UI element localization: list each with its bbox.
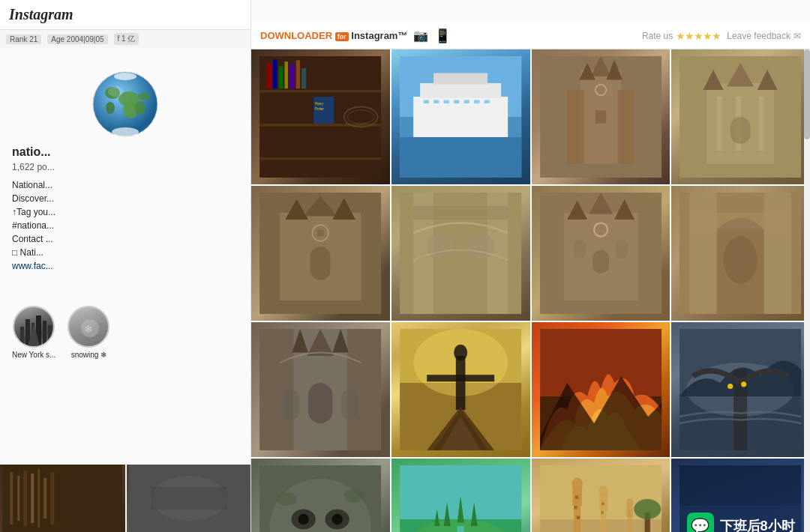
svg-rect-54 [454,100,459,104]
svg-point-142 [277,492,297,506]
grid-cell-beast[interactable] [251,459,390,532]
svg-rect-25 [50,472,54,525]
svg-rect-50 [434,73,488,85]
svg-rect-36 [285,61,289,88]
svg-rect-55 [464,100,470,104]
svg-rect-34 [273,60,277,89]
svg-rect-35 [279,67,284,89]
grid-cell-castle3[interactable] [251,186,390,321]
scrollbar-thumb[interactable] [804,49,810,139]
highlight-newyork[interactable]: New York s... [12,306,56,359]
rate-us-section[interactable]: Rate us ★★★★★ [642,30,721,42]
svg-rect-23 [38,469,40,528]
highlight-newyork-circle [13,306,55,348]
svg-rect-12 [32,323,34,346]
svg-rect-14 [43,321,46,346]
grid-cell-ship[interactable] [392,49,530,184]
grid-cell-christ[interactable] [392,322,530,457]
grid-cell-giraffes[interactable] [532,459,670,532]
grid-row-4: 💬 下班后8小时 [251,459,810,532]
svg-rect-117 [456,356,466,410]
svg-rect-53 [444,100,449,104]
svg-rect-32 [260,157,381,160]
svg-rect-84 [317,230,324,237]
leave-feedback-button[interactable]: Leave feedback ✉ [727,31,801,41]
svg-point-4 [138,93,150,100]
svg-rect-153 [458,526,464,532]
svg-point-89 [427,233,454,260]
svg-rect-21 [23,471,27,526]
svg-rect-58 [400,137,521,178]
highlight-snowing[interactable]: ❄ snowing ❄ [68,306,110,359]
svg-rect-20 [17,476,20,521]
svg-rect-98 [616,240,628,259]
grid-cell-arch[interactable] [392,186,530,321]
svg-rect-97 [574,240,586,259]
grid-cell-building1[interactable] [251,322,390,457]
svg-rect-76 [730,117,751,144]
svg-rect-15 [48,325,52,346]
sidebar-bottom-thumbnails [0,465,251,532]
grid-row-3 [251,322,810,457]
photo-grid: Harry Potter [251,49,810,532]
svg-rect-31 [260,124,381,127]
svg-point-6 [106,102,115,114]
svg-point-130 [742,381,747,387]
svg-rect-166 [602,503,604,506]
grid-cell-castle5[interactable] [671,186,810,321]
snowing-image: ❄ [69,307,108,346]
svg-rect-19 [10,472,13,525]
svg-rect-30 [260,90,381,93]
grid-cell-castle2[interactable] [671,49,810,184]
svg-rect-161 [574,506,578,510]
avatar [92,70,159,138]
svg-rect-57 [484,100,490,104]
svg-point-129 [728,384,734,389]
svg-rect-56 [474,100,479,104]
newyork-image [14,307,53,346]
snowing-label: snowing ❄ [71,351,106,359]
svg-point-5 [135,101,146,115]
svg-text:❄: ❄ [84,323,93,335]
svg-rect-39 [302,68,306,88]
svg-rect-160 [575,496,579,500]
svg-rect-111 [308,383,332,423]
svg-rect-51 [424,100,429,104]
svg-rect-64 [567,90,584,164]
svg-rect-162 [576,516,580,520]
meta-age-badge: Age 2004|09|05 [47,34,107,44]
svg-point-172 [634,499,661,519]
profile-name: natio... [12,145,238,159]
grid-cell-island[interactable] [392,459,530,532]
svg-rect-11 [26,319,30,346]
svg-rect-13 [36,315,41,346]
svg-point-105 [724,237,758,284]
profile-url[interactable]: www.fac... [12,261,53,271]
star-rating[interactable]: ★★★★★ [676,30,721,42]
profile-section: natio... 1,622 po... National... Discove… [0,48,250,288]
scrollbar-track[interactable] [804,49,810,532]
highlights-section: New York s... ❄ snowing ❄ [0,294,250,371]
svg-rect-73 [717,97,722,151]
grid-cell-castle4[interactable] [532,186,670,321]
svg-point-170 [626,498,633,507]
grid-cell-forest[interactable] [671,322,810,457]
grid-row-2 [251,186,810,321]
grid-cell-castle1[interactable] [532,49,670,184]
grid-cell-fire[interactable] [532,322,670,457]
grid-cell-wechat[interactable]: 💬 下班后8小时 [671,459,810,532]
svg-rect-96 [592,250,609,274]
newyork-label: New York s... [12,351,56,359]
svg-point-165 [598,486,608,496]
grid-row-1: Harry Potter [251,49,810,184]
svg-rect-113 [341,390,358,420]
grid-cell-library[interactable]: Harry Potter [251,49,390,184]
bottom-thumb-1 [0,465,125,532]
bottom-thumb-2 [127,465,252,532]
ig-header: Instagram [0,0,250,30]
svg-point-143 [344,489,364,503]
svg-rect-101 [690,193,717,314]
instagram-logo: Instagram [9,6,74,22]
camera-icon: 📷 [413,28,428,43]
svg-text:Potter: Potter [315,107,325,111]
